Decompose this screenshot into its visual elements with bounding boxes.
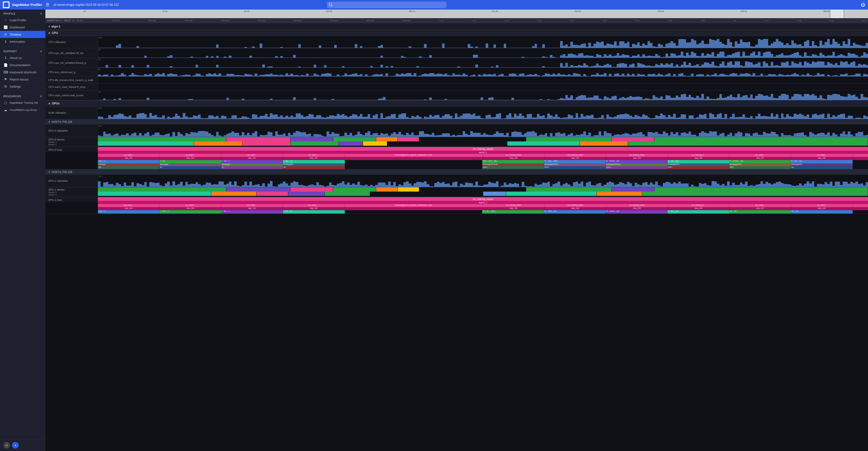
strategy-block[interactable]: [Strategy]DDPS... — [668, 163, 729, 166]
run-training-epoch-bar[interactable]: run_training_epoch — [98, 147, 868, 151]
step-item-1[interactable]: run_traini... — [160, 204, 221, 207]
cpu-util-canvas[interactable]: 100 — [98, 36, 868, 48]
optim-block[interactable]: optimi... — [606, 166, 668, 169]
optim-block[interactable]: opt... — [791, 166, 853, 169]
gpu-block[interactable] — [654, 137, 868, 142]
step-item[interactable]: run_traini... — [221, 154, 283, 157]
strategy-block[interactable]: [Strategy]DDPS... — [729, 163, 791, 166]
optim-block[interactable]: opti... — [98, 166, 160, 169]
gpu-block[interactable] — [526, 187, 612, 191]
step-item-1[interactable]: run_training_batch — [545, 204, 606, 207]
gpu1-device-canvas[interactable]: n — [98, 187, 868, 196]
gpu-block[interactable] — [597, 191, 642, 196]
sidebar-item-settings[interactable]: ⚙ Settings — [0, 83, 45, 90]
sidebar-item-report[interactable]: ⚑ Report issuus — [0, 76, 45, 83]
func-block-gpu1[interactable]: f... back... o... — [160, 210, 221, 214]
sidebar-item-about[interactable]: ℹ About us — [0, 54, 45, 61]
sidebar-item-information[interactable]: ℹ Information — [0, 38, 45, 45]
cpu-group-header[interactable]: ∧ CPU — [45, 30, 868, 36]
func-block-gpu1[interactable]: f... bac... op... — [283, 210, 345, 214]
gpu-block[interactable] — [288, 191, 324, 196]
gpu-block[interactable] — [526, 137, 612, 142]
strategy-block[interactable]: [Strategy]... — [98, 163, 160, 166]
menu-icon[interactable]: ☰ — [45, 2, 50, 7]
gpu0-util-canvas[interactable]: 100 — [98, 124, 868, 137]
support-section-header[interactable]: Support ∧ — [0, 47, 45, 54]
gpu-sum-canvas[interactable]: 100 — [98, 107, 868, 119]
strategy-block[interactable]: [Strategy]DD... — [283, 163, 345, 166]
cpu-uops-canvas[interactable]: 75 — [98, 91, 868, 100]
step-item[interactable]: run_training_batch — [606, 154, 668, 157]
gpu-block[interactable] — [580, 142, 628, 146]
gpu-block[interactable] — [194, 142, 242, 146]
timeline-close-btn[interactable]: × — [72, 19, 74, 22]
strategy-block[interactable]: [Strategy]DDP... — [791, 163, 853, 166]
strategy-block[interactable]: [Strategy]DDPStrat... — [606, 163, 668, 166]
gpu-block[interactable] — [339, 142, 363, 146]
step-item[interactable]: run_training_batch — [545, 154, 606, 157]
gpu-block[interactable] — [226, 187, 290, 191]
func-block[interactable]: fo... bac... opti... — [668, 160, 729, 163]
gpu-block[interactable] — [211, 191, 256, 196]
step-item-1[interactable]: run_training_b... — [668, 204, 730, 207]
func-block[interactable]: for... back... optim... — [544, 160, 606, 163]
algo-header[interactable]: ∧ algo-1 — [45, 23, 868, 30]
gpu-block[interactable] — [376, 187, 398, 191]
func-block[interactable]: f... bac... op... — [283, 160, 345, 163]
timeline-scroll-area[interactable]: ∧ algo-1 ∧ CPU CPU Utilization 100 — [45, 23, 868, 451]
strategy-block[interactable]: [Strategy]D... — [221, 163, 283, 166]
func-block-gpu1[interactable]: f bac... o... — [98, 210, 160, 214]
strategy-block[interactable]: [Strategy]DDPStrate... — [482, 163, 544, 166]
power-icon[interactable]: ⏻ — [861, 2, 865, 7]
step-item-1[interactable]: run_training_batch — [483, 204, 545, 207]
func-block-gpu1[interactable]: for... bac... optim... — [482, 210, 544, 214]
sidebar-item-docs[interactable]: 📄 Documentation — [0, 61, 45, 68]
gpu-block[interactable] — [642, 191, 868, 196]
gpu-block[interactable] — [507, 142, 580, 146]
gpu-block[interactable] — [654, 187, 868, 191]
func-block[interactable]: f... bac... o... — [221, 160, 283, 163]
func-block[interactable]: fo... backwe... opti... — [729, 160, 791, 163]
func-block-gpu1[interactable]: for... back... opti... — [544, 210, 606, 214]
step-item[interactable]: run_traini... — [730, 154, 791, 157]
epoch1-bar[interactable]: epoch_1 — [98, 151, 868, 154]
profile-section-header[interactable]: Profile ∧ — [0, 9, 45, 17]
strategy-block[interactable]: [Strategy]DDPStra... — [544, 163, 606, 166]
gpu-block[interactable] — [612, 137, 655, 142]
sidebar-item-dashboard[interactable]: ⬜ Dashboard — [0, 24, 45, 31]
gpu-group-header[interactable]: ∧ GPUs — [45, 100, 868, 107]
run-training-epoch-bar-1[interactable]: run_training_epoch — [98, 197, 868, 201]
overview-bar[interactable]: 0s 42.5s 84.5s 126.8s 169.1s 211.4s 253.… — [45, 9, 868, 18]
cpu-clk-ref-canvas[interactable]: 75 — [98, 48, 868, 58]
dataloader-step[interactable]: [TrainingEpochLoop].train_dataloader_nex… — [344, 154, 483, 157]
host1-header[interactable]: ∧ HOST-0, PID-128 — [45, 169, 868, 175]
func-block[interactable]: forwa... back... opti... — [482, 160, 544, 163]
cpu-itlb-canvas[interactable] — [98, 77, 868, 83]
optim-block[interactable]: opt... — [283, 166, 345, 169]
step-item[interactable]: run_traini_... — [283, 154, 344, 157]
host0-header[interactable]: ∧ HOST-0, PID-126 — [45, 119, 868, 124]
cpu-thread-canvas[interactable]: 75 — [98, 58, 868, 68]
gpu-block[interactable] — [291, 142, 339, 146]
func-block[interactable]: for... backw... opti... — [606, 160, 668, 163]
optim-block[interactable]: optim... — [729, 166, 791, 169]
gpu-block[interactable] — [506, 191, 597, 196]
step-item-1[interactable]: run_traini... — [730, 204, 791, 207]
gpu-block[interactable] — [242, 142, 291, 146]
gpu-block[interactable] — [226, 137, 290, 142]
gpu-block[interactable] — [98, 137, 226, 142]
func-block-gpu1[interactable]: bac... opt... — [791, 210, 853, 214]
sidebar-item-cloudwatch[interactable]: ☁ CloudWatch Log Group — [0, 106, 45, 114]
gpu-block[interactable] — [376, 137, 398, 142]
func-block-gpu1[interactable]: bac... opt... — [729, 210, 791, 214]
optim-block[interactable]: op... — [221, 166, 283, 169]
cpu-mem-canvas[interactable] — [98, 84, 868, 90]
gpu1-util-canvas[interactable]: 100 — [98, 175, 868, 187]
func-block[interactable]: f bac... o... — [98, 160, 160, 163]
optim-block[interactable]: optim... — [668, 166, 729, 169]
gpu-block[interactable] — [398, 187, 419, 191]
gpu-block[interactable] — [324, 191, 370, 196]
resources-section-header[interactable]: Resources ∧ — [0, 92, 45, 99]
optim-block[interactable]: optimi... — [482, 166, 544, 169]
epoch1-bar-1[interactable]: epoch_1 — [98, 201, 868, 204]
